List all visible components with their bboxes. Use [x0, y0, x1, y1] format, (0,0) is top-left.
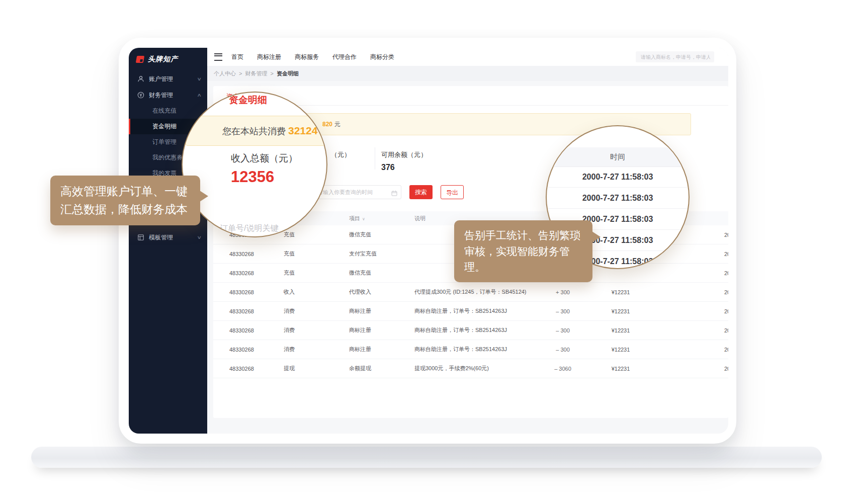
topnav-item-4[interactable]: 商标分类 [370, 53, 394, 61]
cell-time: 2000-7-27 11:58:03 [724, 232, 728, 238]
cell-type: 消费 [284, 307, 349, 315]
cell-balance: ¥12231 [585, 327, 656, 333]
sidebar-item-label: 模板管理 [149, 233, 173, 242]
cell-amount: – 300 [540, 347, 585, 353]
topnav-item-3[interactable]: 代理合作 [332, 53, 357, 61]
topbar: 首页商标注册商标服务代理合作商标分类 [207, 48, 728, 66]
magnified-income-value: 12356 [231, 168, 274, 186]
cell-time: 2000-7-27 11:58:03 [724, 270, 728, 276]
cell-time: 2000-7-27 11:58:03 [724, 308, 728, 314]
template-icon [137, 234, 144, 241]
magnified-time-0: 2000-7-27 11:58:03 [547, 166, 689, 188]
cell-balance: ¥12231 [585, 366, 656, 372]
cell-balance: ¥12231 [585, 308, 656, 314]
stat-balance: 可用余额（元） 376 [381, 150, 427, 172]
stat-balance-label: 可用余额（元） [381, 150, 427, 159]
cell-order: 48330268 [229, 251, 284, 257]
cell-order: 48330268 [229, 327, 284, 333]
export-button[interactable]: 导出 [441, 185, 464, 199]
cell-type: 消费 [284, 326, 349, 334]
cell-balance: ¥12231 [585, 347, 656, 353]
cell-project: 商标注册 [349, 326, 414, 334]
breadcrumb-item-2[interactable]: 资金明细 [277, 70, 299, 77]
stat-balance-value: 376 [381, 163, 427, 172]
cell-project: 微信充值 [349, 231, 414, 238]
cell-amount: – 300 [540, 308, 585, 314]
cell-type: 充值 [284, 231, 349, 238]
hamburger-icon[interactable] [214, 53, 222, 61]
table-row: 48330268提现余额提现提现3000元，手续费2%(60元)– 3060¥1… [213, 359, 728, 378]
time-filter [312, 185, 401, 199]
search-input[interactable] [636, 51, 714, 62]
magnified-time-1: 2000-7-27 11:58:03 [547, 188, 689, 209]
table-row: 48330268消费商标注册商标自助注册，订单号：SB2514263J– 300… [213, 302, 728, 321]
cell-time: 2000-7-27 11:58:03 [724, 366, 728, 372]
cell-desc: 代理提成300元 (ID:1245，订单号：SB45124) [414, 288, 540, 296]
marketing-canvas: 头牌知产 账户管理∨财务管理∧在线充值资金明细订单管理我的优惠券我的发票模板管理… [0, 0, 853, 504]
sidebar-item-label: 财务管理 [149, 91, 173, 100]
topnav-item-1[interactable]: 商标注册 [257, 53, 281, 61]
chevron-up-icon: ∧ [197, 93, 202, 98]
callout-left: 高效管理账户订单、一键汇总数据，降低财务成本 [50, 176, 200, 225]
cell-order: 48330268 [229, 347, 284, 353]
breadcrumb-separator: > [239, 70, 242, 76]
finance-icon [137, 92, 144, 99]
cell-time: 2000-7-27 11:58:03 [724, 347, 728, 353]
cell-project: 商标注册 [349, 346, 414, 353]
magnified-time-header: 时间 [547, 147, 689, 167]
cell-project: 支付宝充值 [349, 250, 414, 258]
cell-project: 商标注册 [349, 307, 414, 315]
sidebar-item-账户管理[interactable]: 账户管理∨ [129, 71, 207, 87]
cell-balance: ¥12231 [585, 289, 656, 295]
stat-divider [375, 147, 375, 170]
cell-amount: – 3060 [540, 366, 585, 372]
cell-order: 48330268 [229, 308, 284, 314]
cell-type: 消费 [284, 346, 349, 353]
cell-order: 48330268 [229, 270, 284, 276]
table-row: 48330268收入代理收入代理提成300元 (ID:1245，订单号：SB45… [213, 283, 728, 302]
cell-amount: + 300 [540, 289, 585, 295]
cell-order: 48330268 [229, 289, 284, 295]
cell-project: 代理收入 [349, 288, 414, 296]
magnified-income-label: 收入总额（元） [231, 152, 298, 165]
breadcrumb: 个人中心>财务管理>资金明细 [207, 66, 728, 81]
banner-amount-fragment: 820 元 [322, 121, 340, 128]
logo-icon [136, 56, 144, 63]
sidebar-item-label: 账户管理 [149, 75, 173, 83]
magnifier-left: 资金明细 您在本站共消费 32124 元 收入总额（元） 12356 订单号/说… [182, 92, 327, 237]
chevron-down-icon: ∨ [197, 76, 202, 81]
cell-type: 充值 [284, 250, 349, 258]
callout-right: 告别手工统计、告别繁琐审核，实现智能财务管理。 [454, 220, 592, 282]
laptop-base [31, 447, 822, 468]
breadcrumb-item-1[interactable]: 财务管理 [245, 70, 267, 77]
cell-time: 2000-7-27 11:58:03 [724, 327, 728, 333]
table-row: 48330268消费商标注册商标自助注册，订单号：SB2514263J– 300… [213, 340, 728, 359]
cell-project: 微信充值 [349, 269, 414, 277]
cell-type: 收入 [284, 288, 349, 296]
cell-desc: 商标自助注册，订单号：SB2514263J [414, 346, 540, 353]
magnified-input-fragment: 订单号/说明关键 [220, 223, 278, 234]
cell-type: 充值 [284, 269, 349, 277]
logo: 头牌知产 [129, 48, 207, 71]
user-icon [137, 75, 144, 82]
magnified-tab-fragment: 资金明细 [229, 94, 267, 107]
cell-time: 2000-7-27 11:58:03 [724, 251, 728, 257]
cell-desc: 提现3000元，手续费2%(60元) [414, 365, 540, 372]
table-row: 48330268消费商标注册商标自助注册，订单号：SB2514263J– 300… [213, 321, 728, 340]
logo-text: 头牌知产 [148, 55, 178, 64]
topnav-item-2[interactable]: 商标服务 [295, 53, 319, 61]
breadcrumb-item-0[interactable]: 个人中心 [214, 70, 236, 77]
search-button[interactable]: 搜索 [409, 185, 433, 199]
cell-desc: 商标自助注册，订单号：SB2514263J [414, 307, 540, 315]
sidebar-item-模板管理[interactable]: 模板管理∨ [129, 229, 207, 245]
topnav-item-0[interactable]: 首页 [231, 53, 243, 61]
magnified-banner: 您在本站共消费 32124 元 [186, 116, 327, 146]
cell-project: 余额提现 [349, 365, 414, 372]
time-input[interactable] [312, 185, 401, 199]
sort-chevron-icon: ∨ [362, 217, 365, 221]
cell-amount: – 300 [540, 327, 585, 333]
sidebar-subitem-在线充值[interactable]: 在线充值 [129, 103, 207, 119]
col-project[interactable]: 项目∨ [349, 215, 414, 222]
sidebar-item-财务管理[interactable]: 财务管理∧ [129, 87, 207, 103]
cell-type: 提现 [284, 365, 349, 372]
